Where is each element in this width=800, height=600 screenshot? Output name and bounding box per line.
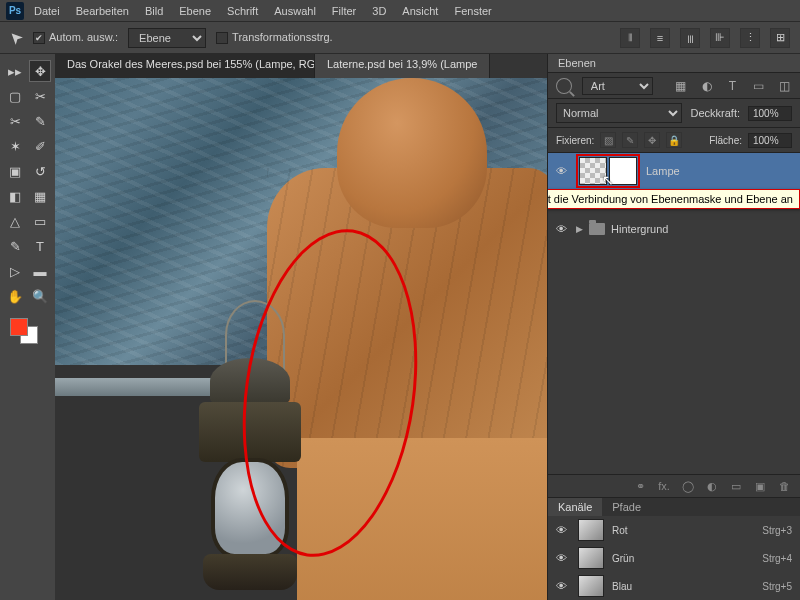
channel-thumbnail — [578, 547, 604, 569]
add-mask-icon[interactable]: ◯ — [680, 478, 696, 494]
rect-tool[interactable]: ▬ — [29, 260, 51, 282]
canvas[interactable] — [55, 78, 547, 600]
eyedropper-tool[interactable]: ✎ — [29, 110, 51, 132]
eraser-tool[interactable]: ◧ — [4, 185, 26, 207]
menu-layer[interactable]: Ebene — [173, 5, 217, 17]
pen-tool[interactable]: △ — [4, 210, 26, 232]
type-tool[interactable]: T — [29, 235, 51, 257]
lock-transparent-icon[interactable]: ▨ — [600, 132, 616, 148]
transform-controls-label: Transformationsstrg. — [232, 31, 332, 43]
visibility-icon[interactable]: 👁 — [556, 223, 570, 235]
align-icon[interactable]: ⋮ — [740, 28, 760, 48]
filter-pixel-icon[interactable]: ▦ — [673, 78, 689, 94]
panels: Ebenen Art ▦ ◐ T ▭ ◫ Normal Deckkraft: F… — [547, 54, 800, 600]
channel-thumbnail — [578, 575, 604, 597]
hand-tool[interactable]: ✋ — [4, 285, 26, 307]
fill-input[interactable] — [748, 133, 792, 148]
link-layers-icon[interactable]: ⚭ — [632, 478, 648, 494]
move-tool[interactable]: ✥ — [29, 60, 51, 82]
healing-tool[interactable]: ✶ — [4, 135, 26, 157]
filter-shape-icon[interactable]: ▭ — [750, 78, 766, 94]
menu-bar: Ps Datei Bearbeiten Bild Ebene Schrift A… — [0, 0, 800, 22]
opacity-label: Deckkraft: — [690, 107, 740, 119]
layer-name[interactable]: Lampe — [646, 165, 680, 177]
fill-label: Fläche: — [709, 135, 742, 146]
paths-tab[interactable]: Pfade — [602, 498, 651, 516]
brush-tool[interactable]: ✐ — [29, 135, 51, 157]
lock-all-icon[interactable]: 🔒 — [666, 132, 682, 148]
zoom-tool[interactable]: 🔍 — [29, 285, 51, 307]
menu-type[interactable]: Schrift — [221, 5, 264, 17]
document-tab[interactable]: Laterne.psd bei 13,9% (Lampe — [315, 54, 490, 78]
tab-icon[interactable]: ▸▸ — [4, 60, 26, 82]
document-tab[interactable]: Das Orakel des Meeres.psd bei 155% (Lamp… — [55, 54, 315, 78]
foreground-color[interactable] — [10, 318, 28, 336]
auto-select-target[interactable]: Ebene — [128, 28, 206, 48]
folder-icon — [589, 223, 605, 235]
align-icon[interactable]: ≡ — [650, 28, 670, 48]
app-icon: Ps — [6, 2, 24, 20]
auto-select-checkbox[interactable] — [33, 32, 45, 44]
channel-row[interactable]: 👁 Grün Strg+4 — [548, 544, 800, 572]
opacity-input[interactable] — [748, 106, 792, 121]
menu-image[interactable]: Bild — [139, 5, 169, 17]
filter-type-icon[interactable]: T — [725, 78, 741, 94]
path-tool[interactable]: ✎ — [4, 235, 26, 257]
layers-panel-tab[interactable]: Ebenen — [548, 54, 800, 73]
menu-window[interactable]: Fenster — [448, 5, 497, 17]
lasso-tool[interactable]: ✂ — [29, 85, 51, 107]
filter-search-icon[interactable] — [556, 78, 572, 94]
channel-shortcut: Strg+4 — [762, 553, 792, 564]
new-layer-icon[interactable]: ▣ — [752, 478, 768, 494]
layer-filter-kind[interactable]: Art — [582, 77, 653, 95]
filter-smart-icon[interactable]: ◫ — [776, 78, 792, 94]
layer-mask-thumbnail[interactable] — [609, 157, 637, 185]
stamp-tool[interactable]: ▣ — [4, 160, 26, 182]
blend-mode-select[interactable]: Normal — [556, 103, 682, 123]
menu-file[interactable]: Datei — [28, 5, 66, 17]
layer-fx-icon[interactable]: fx. — [656, 478, 672, 494]
gradient-tool[interactable]: ▦ — [29, 185, 51, 207]
shape-tool[interactable]: ▭ — [29, 210, 51, 232]
layer-thumbnail[interactable] — [579, 157, 607, 185]
move-tool-icon: ➤ — [5, 26, 28, 49]
visibility-icon[interactable]: 👁 — [556, 580, 570, 592]
menu-filter[interactable]: Filter — [326, 5, 362, 17]
expand-icon[interactable]: ▶ — [576, 224, 583, 234]
transform-controls-checkbox[interactable] — [216, 32, 228, 44]
layer-thumbnails-highlight: ↖ — [576, 154, 640, 188]
crop-tool[interactable]: ✂ — [4, 110, 26, 132]
channel-row[interactable]: 👁 Rot Strg+3 — [548, 516, 800, 544]
align-icon[interactable]: ⫼ — [680, 28, 700, 48]
align-icon[interactable]: ⊪ — [710, 28, 730, 48]
direct-select-tool[interactable]: ▷ — [4, 260, 26, 282]
new-adjustment-icon[interactable]: ◐ — [704, 478, 720, 494]
auto-select-label: Autom. ausw.: — [49, 31, 118, 43]
channels-tab[interactable]: Kanäle — [548, 498, 602, 516]
filter-adjust-icon[interactable]: ◐ — [699, 78, 715, 94]
layer-name[interactable]: Hintergrund — [611, 223, 668, 235]
marquee-tool[interactable]: ▢ — [4, 85, 26, 107]
layer-row[interactable]: 👁 ↖ Lampe — [548, 153, 800, 189]
menu-edit[interactable]: Bearbeiten — [70, 5, 135, 17]
visibility-icon[interactable]: 👁 — [556, 165, 570, 177]
visibility-icon[interactable]: 👁 — [556, 552, 570, 564]
lock-label: Fixieren: — [556, 135, 594, 146]
channel-row[interactable]: 👁 Blau Strg+5 — [548, 572, 800, 600]
lock-position-icon[interactable]: ✥ — [644, 132, 660, 148]
align-icon[interactable]: ⫴ — [620, 28, 640, 48]
toolbox: ▸▸ ✥ ▢ ✂ ✂ ✎ ✶ ✐ ▣ ↺ ◧ ▦ △ ▭ ✎ T ▷ ▬ ✋ 🔍 — [0, 54, 55, 600]
visibility-icon[interactable]: 👁 — [556, 524, 570, 536]
menu-3d[interactable]: 3D — [366, 5, 392, 17]
new-group-icon[interactable]: ▭ — [728, 478, 744, 494]
delete-layer-icon[interactable]: 🗑 — [776, 478, 792, 494]
lock-pixels-icon[interactable]: ✎ — [622, 132, 638, 148]
channel-name: Blau — [612, 581, 754, 592]
history-brush-tool[interactable]: ↺ — [29, 160, 51, 182]
options-bar: ➤ Autom. ausw.: Ebene Transformationsstr… — [0, 22, 800, 54]
color-swatches[interactable] — [4, 318, 51, 350]
menu-select[interactable]: Auswahl — [268, 5, 322, 17]
layer-row[interactable]: 👁 ▶ Hintergrund — [548, 211, 800, 247]
menu-view[interactable]: Ansicht — [396, 5, 444, 17]
align-icon[interactable]: ⊞ — [770, 28, 790, 48]
